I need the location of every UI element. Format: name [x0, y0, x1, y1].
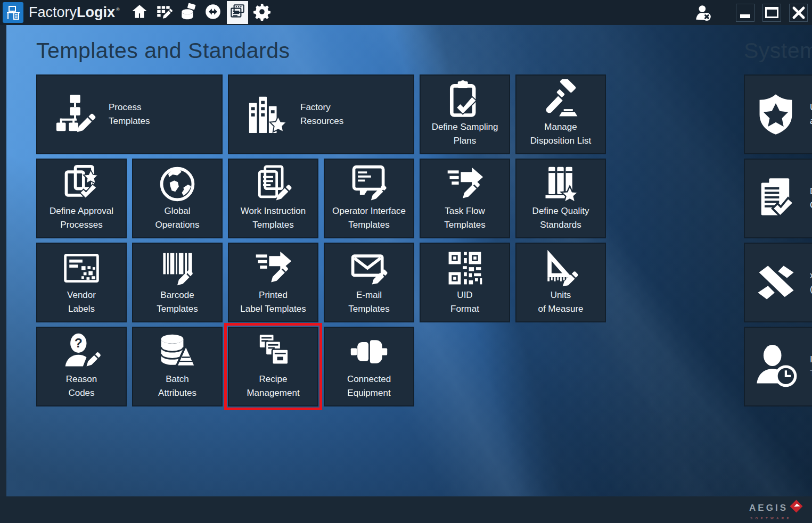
tile-email-templates[interactable]: E-mailTemplates	[324, 243, 414, 322]
aegis-logo: AEGIS SOFTWARE	[749, 500, 803, 520]
tile-label: UIDFormat	[450, 288, 479, 316]
xtend-icon	[752, 258, 799, 307]
nav-home-icon[interactable]	[127, 0, 152, 25]
system-tile-xtend[interactable]: x(	[744, 243, 812, 322]
workstation-icon	[3, 2, 23, 23]
tile-label: BatchAttributes	[158, 372, 196, 400]
system-tile-label-fragment: Ua	[810, 101, 812, 128]
tile-batch-attributes[interactable]: BatchAttributes	[132, 327, 223, 406]
main-nav	[127, 0, 274, 25]
system-tile-shield-star[interactable]: Ua	[744, 74, 812, 154]
import-data-icon	[179, 3, 198, 23]
home-icon	[130, 3, 149, 23]
tile-sampling-plans[interactable]: Define SamplingPlans	[420, 74, 510, 154]
task-flow-icon	[445, 167, 485, 202]
tile-factory-resources[interactable]: FactoryResources	[228, 74, 414, 154]
aegis-logo-text: AEGIS	[749, 503, 788, 513]
window-frame-left	[0, 25, 6, 496]
tile-connected-equipment[interactable]: ConnectedEquipment	[324, 327, 414, 406]
data-editor-icon	[155, 3, 173, 23]
tile-quality-standards[interactable]: Define QualityStandards	[515, 159, 606, 238]
tile-label: Work InstructionTemplates	[241, 204, 306, 232]
work-instruction-icon	[253, 167, 293, 202]
tile-row: Define ApprovalProcessesGlobalOperations…	[36, 159, 606, 238]
factorylogix-window: FactoryLogix® Templates and Standards Sy…	[0, 0, 812, 523]
printed-label-icon	[253, 251, 293, 286]
process-templates-icon	[54, 93, 96, 136]
svg-text:?: ?	[75, 336, 83, 350]
tile-row: VendorLabelsBarcodeTemplatesPrintedLabel…	[36, 243, 606, 322]
maximize-button[interactable]	[762, 4, 781, 22]
reason-codes-icon: ?	[61, 335, 102, 370]
vendor-labels-icon	[61, 251, 102, 286]
tile-label: ReasonCodes	[66, 372, 97, 400]
recipe-management-icon	[253, 335, 293, 370]
system-tile-document-check[interactable]: DC	[744, 159, 812, 238]
section-title-system: System	[744, 38, 812, 63]
section-title-templates-standards: Templates and Standards	[36, 38, 290, 63]
tile-units-of-measure[interactable]: Unitsof Measure	[515, 243, 606, 322]
system-tile-label-fragment: DC	[810, 185, 812, 212]
tile-operator-interface[interactable]: Operator InterfaceTemplates	[324, 159, 414, 238]
tile-label: FactoryResources	[300, 101, 343, 128]
close-button[interactable]	[789, 4, 808, 22]
tile-label: Define SamplingPlans	[432, 120, 498, 148]
minimize-button[interactable]	[736, 4, 754, 22]
tile-label: Task FlowTemplates	[444, 204, 485, 232]
user-logout-icon[interactable]	[692, 0, 715, 25]
tile-label: PrintedLabel Templates	[240, 288, 306, 316]
shield-star-icon	[752, 90, 799, 139]
templates-icon	[228, 3, 247, 23]
maximize-icon	[765, 7, 778, 18]
brand-wordmark: FactoryLogix®	[29, 4, 120, 21]
tile-global-operations[interactable]: GlobalOperations	[132, 159, 223, 238]
sampling-plans-icon	[445, 82, 485, 118]
nav-sync-icon[interactable]	[201, 0, 225, 25]
brand-light: Factory	[29, 4, 77, 21]
titlebar-right	[692, 0, 808, 25]
tile-approval-processes[interactable]: Define ApprovalProcesses	[36, 159, 127, 238]
title-bar: FactoryLogix®	[0, 0, 812, 25]
tile-recipe-management[interactable]: RecipeManagement	[228, 327, 318, 406]
tile-vendor-labels[interactable]: VendorLabels	[36, 243, 127, 322]
tile-task-flow[interactable]: Task FlowTemplates	[420, 159, 510, 238]
nav-templates-icon[interactable]	[227, 1, 248, 24]
tile-row: ?ReasonCodesBatchAttributesRecipeManagem…	[36, 327, 414, 406]
system-tile-column: UaDCx(IT	[744, 74, 812, 411]
tile-label: VendorLabels	[67, 288, 96, 316]
tile-printed-label[interactable]: PrintedLabel Templates	[228, 243, 318, 322]
nav-settings-gear-icon[interactable]	[250, 0, 274, 25]
tile-process-templates[interactable]: ProcessTemplates	[36, 74, 223, 154]
document-check-icon	[752, 174, 799, 223]
disposition-list-icon	[540, 82, 581, 118]
system-tile-person-clock[interactable]: IT	[744, 327, 812, 406]
connected-equipment-icon	[349, 335, 389, 370]
email-templates-icon	[349, 251, 389, 286]
tile-label: Operator InterfaceTemplates	[332, 204, 406, 232]
tile-barcode-templates[interactable]: BarcodeTemplates	[132, 243, 223, 322]
trademark-symbol: ®	[116, 7, 120, 12]
sync-icon	[204, 3, 222, 23]
uid-format-icon	[445, 251, 485, 286]
tile-disposition-list[interactable]: ManageDisposition List	[515, 74, 606, 154]
tile-work-instruction[interactable]: Work InstructionTemplates	[228, 159, 318, 238]
tile-row: ProcessTemplatesFactoryResourcesDefine S…	[36, 74, 606, 154]
quality-standards-icon	[540, 167, 581, 202]
tile-reason-codes[interactable]: ?ReasonCodes	[36, 327, 127, 406]
nav-import-data-icon[interactable]	[176, 0, 201, 25]
tile-label: RecipeManagement	[247, 372, 299, 400]
person-clock-icon	[752, 342, 799, 391]
aegis-logo-subtext: SOFTWARE	[749, 517, 792, 520]
tile-label: ManageDisposition List	[530, 120, 591, 148]
nav-data-editor-icon[interactable]	[152, 0, 176, 25]
approval-processes-icon	[61, 167, 102, 202]
aegis-diamond-icon	[789, 499, 803, 516]
close-icon	[792, 6, 806, 20]
tile-uid-format[interactable]: UIDFormat	[420, 243, 510, 322]
tile-label: ProcessTemplates	[109, 101, 150, 128]
system-tile-label-fragment: IT	[810, 353, 812, 380]
tile-label: Unitsof Measure	[538, 288, 583, 316]
global-operations-icon	[157, 167, 198, 202]
barcode-templates-icon	[157, 251, 198, 286]
bottom-bar: AEGIS SOFTWARE	[0, 496, 812, 523]
